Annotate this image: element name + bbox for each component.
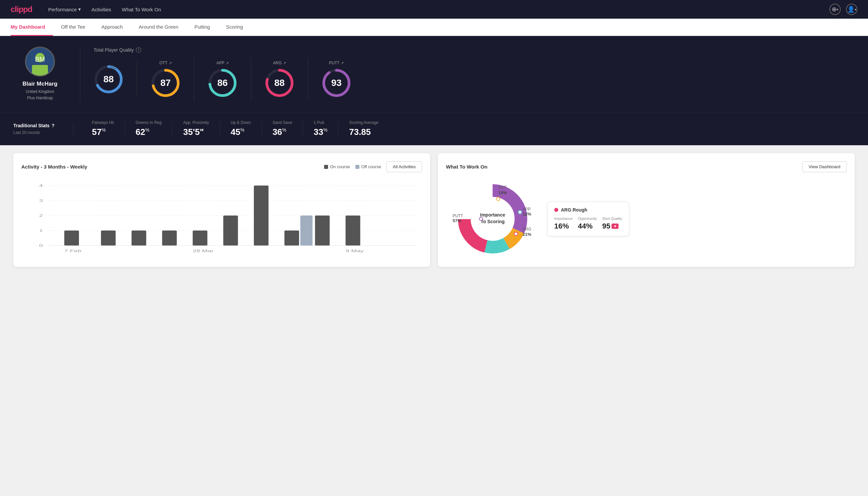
- stat-1-putt: 1 Putt 33%: [303, 120, 338, 137]
- svg-text:7 Feb: 7 Feb: [64, 249, 82, 253]
- user-menu-button[interactable]: 👤 ▾: [846, 4, 857, 15]
- legend-on-course-dot: [324, 165, 328, 169]
- ring-overall: 88: [94, 64, 124, 94]
- bar-chart: 4 3 2 1 0: [21, 179, 422, 257]
- tab-approach[interactable]: Approach: [93, 19, 130, 36]
- divider: [80, 47, 80, 101]
- nav-right-actions: ⊕ ▾ 👤 ▾: [830, 4, 857, 15]
- info-stat-importance-value: 16%: [554, 222, 572, 231]
- wtwo-title: What To Work On: [446, 164, 487, 170]
- donut-chart-svg: Importance To Scoring PUTT 57% OTT 10% A…: [446, 179, 539, 259]
- svg-text:PUTT: PUTT: [453, 214, 463, 218]
- score-ott-value: 87: [160, 78, 171, 88]
- arg-rough-info-card: ARG Rough Importance 16% Opportunity 44%: [547, 202, 629, 236]
- svg-text:21%: 21%: [523, 232, 531, 237]
- logo[interactable]: clippd: [11, 5, 32, 14]
- avatar: BM: [25, 47, 55, 77]
- score-overall: 88: [94, 62, 137, 97]
- activity-card: Activity - 3 Months - Weekly On course O…: [13, 153, 430, 267]
- donut-section: Importance To Scoring PUTT 57% OTT 10% A…: [446, 179, 847, 259]
- legend-off-course: Off course: [356, 164, 381, 169]
- nav-performance[interactable]: Performance ▾: [48, 5, 81, 14]
- svg-point-53: [518, 211, 522, 214]
- donut-chart-container: Importance To Scoring PUTT 57% OTT 10% A…: [446, 179, 539, 259]
- ring-ott: 87: [151, 68, 180, 98]
- svg-rect-25: [64, 231, 79, 246]
- tab-around-the-green[interactable]: Around the Green: [130, 19, 186, 36]
- info-stat-opportunity-value: 44%: [578, 222, 597, 231]
- svg-text:2: 2: [39, 214, 43, 218]
- stat-sand-save: Sand Save 36%: [262, 120, 303, 137]
- stat-group-label: Traditional Stats ? Last 20 rounds: [13, 123, 73, 135]
- svg-point-50: [496, 197, 500, 201]
- score-app-value: 86: [217, 78, 227, 88]
- svg-text:Importance: Importance: [480, 212, 505, 218]
- ring-app: 86: [207, 68, 237, 98]
- help-icon[interactable]: ?: [136, 47, 141, 52]
- info-card-title: ARG Rough: [554, 207, 622, 213]
- arg-label: ARG ↗: [273, 61, 286, 65]
- svg-text:10%: 10%: [498, 190, 507, 195]
- traditional-stats-bar: Traditional Stats ? Last 20 rounds Fairw…: [0, 112, 868, 145]
- info-stat-importance: Importance 16%: [554, 217, 572, 231]
- svg-rect-30: [223, 216, 238, 246]
- svg-rect-26: [101, 231, 115, 246]
- svg-text:9 May: 9 May: [346, 249, 364, 253]
- nav-activities[interactable]: Activities: [92, 5, 111, 14]
- svg-text:57%: 57%: [453, 218, 461, 223]
- stats-items: Fairways Hit 57% Greens In Reg 62% App. …: [81, 120, 855, 137]
- nav-what-to-work-on[interactable]: What To Work On: [122, 5, 161, 14]
- score-ott: OTT ↗ 87: [137, 58, 194, 100]
- ott-label: OTT ↗: [160, 61, 172, 65]
- stat-up-and-down: Up & Down 45%: [220, 120, 262, 137]
- svg-text:APP: APP: [523, 207, 531, 212]
- stat-scoring-average: Scoring Average 73.85: [338, 120, 389, 137]
- stat-greens-in-reg: Greens In Reg 62%: [125, 120, 173, 137]
- tab-scoring[interactable]: Scoring: [218, 19, 251, 36]
- score-arg: ARG ↗ 88: [251, 58, 308, 100]
- view-dashboard-button[interactable]: View Dashboard: [802, 161, 847, 172]
- svg-rect-35: [346, 216, 360, 246]
- svg-rect-28: [162, 231, 177, 246]
- score-putt: PUTT ↗ 93: [308, 58, 365, 100]
- svg-text:ARG: ARG: [523, 227, 531, 232]
- svg-rect-31: [254, 186, 268, 246]
- ring-putt: 93: [321, 68, 351, 98]
- tab-my-dashboard[interactable]: My Dashboard: [11, 19, 53, 36]
- stat-app-proximity: App. Proximity 35'5": [173, 120, 220, 137]
- score-app: APP ↗ 86: [194, 58, 251, 100]
- tab-off-the-tee[interactable]: Off the Tee: [53, 19, 93, 36]
- svg-rect-2: [32, 65, 48, 76]
- app-label: APP ↗: [216, 61, 228, 65]
- svg-point-56: [514, 232, 518, 235]
- all-activities-button[interactable]: All Activities: [386, 161, 422, 172]
- svg-rect-27: [131, 231, 146, 246]
- scores-section: Total Player Quality ? 88 OTT ↗: [94, 47, 855, 100]
- tabs-bar: My Dashboard Off the Tee Approach Around…: [0, 19, 868, 36]
- score-overall-value: 88: [103, 74, 114, 84]
- svg-text:4: 4: [39, 184, 43, 188]
- info-stat-shot-quality-value: 95 ▼: [602, 222, 622, 231]
- info-stat-shot-quality: Shot Quality 95 ▼: [602, 217, 622, 231]
- what-to-work-on-card: What To Work On View Dashboard: [438, 153, 855, 267]
- legend-on-course: On course: [324, 164, 350, 169]
- activity-card-title: Activity - 3 Months - Weekly: [21, 164, 87, 170]
- add-button[interactable]: ⊕ ▾: [830, 4, 841, 15]
- score-putt-value: 93: [331, 78, 342, 88]
- bottom-section: Activity - 3 Months - Weekly On course O…: [0, 145, 868, 275]
- putt-label: PUTT ↗: [329, 61, 344, 65]
- svg-text:3: 3: [39, 199, 43, 203]
- info-stat-opportunity: Opportunity 44%: [578, 217, 597, 231]
- trad-stats-help-icon[interactable]: ?: [52, 123, 54, 128]
- info-card-dot: [554, 208, 558, 212]
- score-arg-value: 88: [274, 78, 284, 88]
- svg-text:BM: BM: [35, 56, 45, 63]
- player-country: United Kingdom Plus Handicap: [26, 89, 54, 101]
- activity-card-header: Activity - 3 Months - Weekly On course O…: [21, 161, 422, 172]
- scores-label: Total Player Quality ?: [94, 47, 855, 52]
- tab-putting[interactable]: Putting: [187, 19, 218, 36]
- score-rings: 88 OTT ↗ 87 APP: [94, 58, 855, 100]
- info-stats: Importance 16% Opportunity 44% Shot Qual…: [554, 217, 622, 231]
- svg-rect-34: [315, 216, 330, 246]
- svg-text:12%: 12%: [523, 212, 531, 217]
